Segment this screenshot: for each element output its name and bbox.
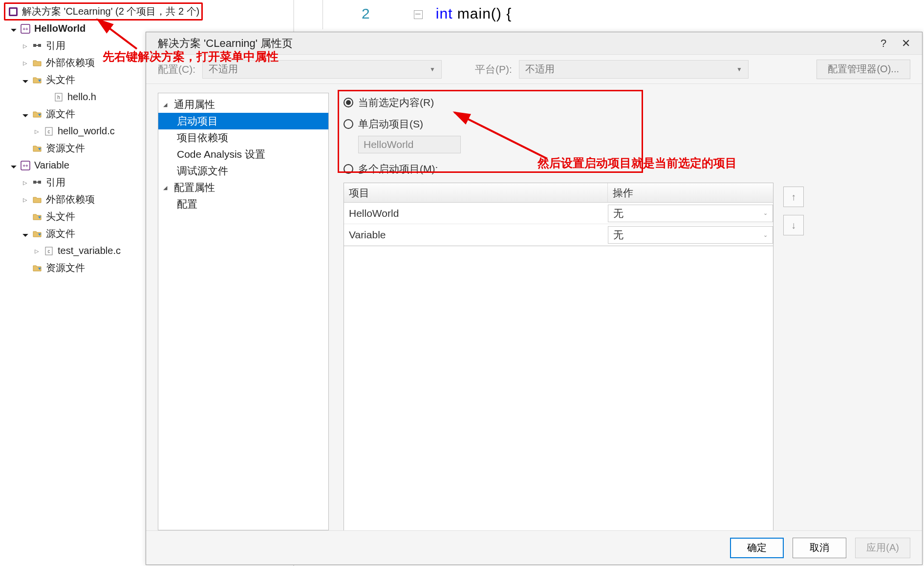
reference-icon xyxy=(31,41,43,51)
close-button[interactable]: ✕ xyxy=(895,32,917,55)
node-label: 头文件 xyxy=(46,210,75,223)
svg-text:c: c xyxy=(48,129,50,134)
cancel-label: 取消 xyxy=(810,542,829,553)
fold-minus-icon[interactable]: − xyxy=(414,10,423,19)
annotation-text-right: 然后设置启动项目就是当前选定的项目 xyxy=(537,155,737,171)
cancel-button[interactable]: 取消 xyxy=(793,538,846,558)
nav-label: 项目依赖项 xyxy=(177,131,228,145)
solution-icon xyxy=(7,7,19,17)
reference-icon xyxy=(31,178,43,188)
svg-text:h: h xyxy=(57,95,60,100)
node-label: 资源文件 xyxy=(46,142,85,155)
nav-item-project-deps[interactable]: 项目依赖项 xyxy=(158,129,328,146)
svg-rect-13 xyxy=(33,181,36,184)
chevron-down-icon: ⌄ xyxy=(763,232,768,238)
expander-icon[interactable] xyxy=(32,248,41,254)
chevron-down-icon: ⌄ xyxy=(763,210,768,216)
folder-icon xyxy=(31,195,43,205)
expander-icon[interactable] xyxy=(32,128,41,135)
help-button[interactable]: ? xyxy=(872,32,895,55)
expander-icon[interactable] xyxy=(21,60,29,66)
grid-row[interactable]: Variable 无⌄ xyxy=(344,224,773,246)
svg-text:c: c xyxy=(48,249,50,254)
c-file-icon: c xyxy=(43,126,55,136)
nav-item-debug-source[interactable]: 调试源文件 xyxy=(158,163,328,179)
radio-current-selection[interactable]: 当前选定内容(R) xyxy=(344,93,910,112)
radio-label: 多个启动项目(M): xyxy=(358,162,438,176)
h-file-icon: h xyxy=(53,92,64,102)
vertical-divider-2 xyxy=(322,0,323,29)
platform-combo[interactable]: 不适用 ▼ xyxy=(519,60,749,79)
grid-header: 项目 操作 xyxy=(344,183,773,203)
project-name: Variable xyxy=(34,160,69,171)
radio-icon xyxy=(344,98,353,107)
svg-text:++: ++ xyxy=(22,26,28,32)
code-rest: main() { xyxy=(453,5,512,21)
node-label: 头文件 xyxy=(46,73,75,86)
radio-single-startup[interactable]: 单启动项目(S) xyxy=(344,114,910,134)
folder-filter-icon xyxy=(31,109,43,119)
svg-rect-5 xyxy=(38,44,41,47)
chevron-down-icon: ▼ xyxy=(430,66,435,73)
expander-icon[interactable] xyxy=(21,231,29,237)
col-project: 项目 xyxy=(344,183,608,202)
node-label: 资源文件 xyxy=(46,261,85,274)
property-pages-dialog: 解决方案 'CLearning' 属性页 ? ✕ 配置(C): 不适用 ▼ 平台… xyxy=(146,32,923,565)
svg-rect-14 xyxy=(38,181,41,184)
nav-label: 配置属性 xyxy=(174,181,215,194)
ok-button[interactable]: 确定 xyxy=(730,538,784,558)
single-startup-value: HelloWorld xyxy=(364,139,413,150)
keyword: int xyxy=(436,5,453,21)
cell-action-combo[interactable]: 无⌄ xyxy=(608,226,773,244)
nav-label: 配置 xyxy=(177,197,197,211)
svg-rect-1 xyxy=(10,9,16,15)
expander-icon[interactable] xyxy=(21,77,29,84)
expander-icon[interactable] xyxy=(21,196,29,203)
file-label: test_variable.c xyxy=(58,245,121,256)
arrow-down-icon: ↓ xyxy=(791,220,796,231)
expander-icon[interactable] xyxy=(21,179,29,186)
nav-item-code-analysis[interactable]: Code Analysis 设置 xyxy=(158,146,328,163)
move-down-button[interactable]: ↓ xyxy=(783,215,804,235)
svg-text:++: ++ xyxy=(22,163,28,168)
line-number: 2 xyxy=(362,5,370,21)
chevron-down-icon: ▼ xyxy=(736,66,742,73)
cell-project: HelloWorld xyxy=(344,208,608,219)
radio-icon xyxy=(344,164,353,174)
radio-icon xyxy=(344,119,353,129)
cell-project: Variable xyxy=(344,229,608,241)
help-icon: ? xyxy=(881,37,886,50)
nav-item-startup-project[interactable]: 启动项目 xyxy=(158,113,328,129)
folder-icon xyxy=(31,58,43,68)
nav-label: 调试源文件 xyxy=(177,164,228,178)
solution-row[interactable]: 解决方案 'CLearning' (2 个项目，共 2 个) xyxy=(0,3,293,20)
node-label: 引用 xyxy=(46,39,65,52)
expander-icon[interactable] xyxy=(9,25,18,32)
node-label: 外部依赖项 xyxy=(46,56,95,69)
folder-filter-icon xyxy=(31,144,43,153)
startup-projects-grid: 项目 操作 HelloWorld 无⌄ Variable 无⌄ xyxy=(344,183,774,246)
nav-item-config[interactable]: 配置 xyxy=(158,196,328,212)
expander-icon[interactable]: ◢ xyxy=(163,185,171,191)
cell-action-combo[interactable]: 无⌄ xyxy=(608,205,773,222)
ok-label: 确定 xyxy=(747,542,767,553)
expander-icon[interactable] xyxy=(21,42,29,49)
single-startup-combo[interactable]: HelloWorld xyxy=(358,136,461,153)
radio-label: 单启动项目(S) xyxy=(358,117,423,131)
expander-icon[interactable]: ◢ xyxy=(163,102,171,108)
nav-group-config[interactable]: ◢配置属性 xyxy=(158,179,328,196)
expander-icon[interactable] xyxy=(9,162,18,169)
platform-label: 平台(P): xyxy=(475,63,512,76)
arrow-up-icon: ↑ xyxy=(791,191,796,203)
folder-filter-icon xyxy=(31,263,43,273)
config-manager-button[interactable]: 配置管理器(O)... xyxy=(817,60,910,79)
nav-label: 通用属性 xyxy=(174,98,215,111)
move-up-button[interactable]: ↑ xyxy=(783,187,804,207)
nav-group-common[interactable]: ◢通用属性 xyxy=(158,96,328,113)
platform-value: 不适用 xyxy=(525,63,555,76)
solution-label: 解决方案 'CLearning' (2 个项目，共 2 个) xyxy=(22,5,199,18)
radio-label: 当前选定内容(R) xyxy=(358,96,434,109)
expander-icon[interactable] xyxy=(21,111,29,118)
project-icon: ++ xyxy=(20,24,31,34)
grid-row[interactable]: HelloWorld 无⌄ xyxy=(344,203,773,224)
